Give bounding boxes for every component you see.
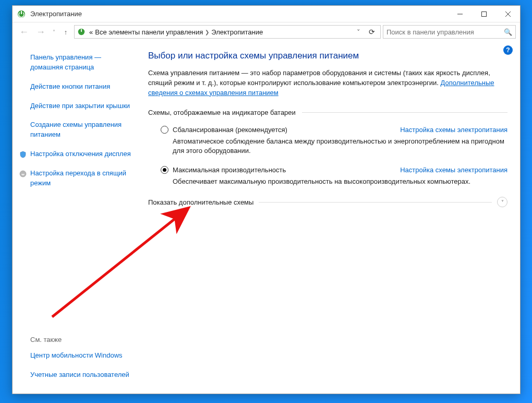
chevron-right-icon: ❯	[205, 29, 209, 35]
plan-name-balanced[interactable]: Сбалансированная (рекомендуется)	[173, 126, 396, 134]
minimize-button[interactable]	[448, 6, 472, 22]
see-also-mobility-center[interactable]: Центр мобильности Windows	[30, 351, 134, 361]
maximize-button[interactable]	[472, 6, 496, 22]
breadcrumb-prefix[interactable]: «	[89, 28, 93, 36]
close-button[interactable]	[496, 6, 520, 22]
radio-high-performance[interactable]	[161, 166, 168, 174]
plan-group-label: Схемы, отображаемые на индикаторе батаре…	[148, 109, 296, 116]
plan-config-link-balanced[interactable]: Настройка схемы электропитания	[400, 126, 507, 134]
sidebar: Панель управления — домашняя страница Де…	[13, 41, 142, 394]
sidebar-link-display-off[interactable]: Настройка отключения дисплея	[30, 149, 134, 159]
sidebar-link-power-button[interactable]: Действие кнопки питания	[30, 82, 134, 92]
breadcrumb-parent[interactable]: Все элементы панели управления	[95, 28, 203, 36]
search-input[interactable]	[386, 28, 504, 36]
power-options-icon	[17, 9, 26, 19]
plan-balanced: Сбалансированная (рекомендуется) Настрой…	[148, 126, 507, 156]
sidebar-link-lid-close[interactable]: Действие при закрытии крышки	[30, 101, 134, 111]
help-button[interactable]: ?	[503, 45, 513, 55]
window-title: Электропитание	[30, 10, 82, 18]
plan-name-high-performance[interactable]: Максимальная производительность	[173, 166, 396, 174]
address-dropdown-icon[interactable]: ˅	[355, 28, 362, 36]
see-also-label: См. также	[30, 336, 134, 343]
up-button[interactable]: ↑	[59, 26, 72, 38]
svg-rect-1	[21, 11, 22, 14]
window-controls	[448, 6, 520, 22]
recent-dropdown[interactable]: ˅	[50, 25, 57, 39]
shield-icon	[19, 170, 27, 178]
expand-label: Показать дополнительные схемы	[148, 198, 253, 206]
page-heading: Выбор или настройка схемы управления пит…	[148, 51, 507, 61]
show-additional-plans[interactable]: Показать дополнительные схемы ˅	[148, 197, 507, 207]
description-text: Схема управления питанием — это набор па…	[148, 69, 490, 87]
chevron-down-icon: ˅	[497, 197, 507, 207]
shield-icon	[19, 150, 27, 159]
search-box[interactable]: 🔍	[383, 25, 516, 39]
plan-desc-high-performance: Обеспечивает максимальную производительн…	[161, 177, 507, 186]
svg-rect-7	[81, 29, 82, 32]
plan-config-link-high-performance[interactable]: Настройка схемы электропитания	[400, 166, 507, 174]
main-panel: ? Выбор или настройка схемы управления п…	[142, 41, 520, 394]
forward-button[interactable]: →	[33, 25, 48, 39]
back-button[interactable]: ←	[17, 25, 31, 39]
sidebar-item-label: Настройка отключения дисплея	[30, 150, 131, 158]
sidebar-home-link[interactable]: Панель управления — домашняя страница	[30, 53, 134, 73]
page-description: Схема управления питанием — это набор па…	[148, 68, 507, 98]
svg-rect-3	[482, 11, 487, 16]
breadcrumb: « Все элементы панели управления ❯ Элект…	[89, 28, 263, 36]
plan-high-performance: Максимальная производительность Настройк…	[148, 166, 507, 186]
see-also-user-accounts[interactable]: Учетные записи пользователей	[30, 370, 134, 380]
plan-group-header: Схемы, отображаемые на индикаторе батаре…	[148, 109, 507, 116]
sidebar-link-sleep[interactable]: Настройка перехода в спящий режим	[30, 169, 134, 188]
window: Электропитание ← → ˅ ↑ « Все элементы па…	[12, 5, 521, 394]
radio-balanced[interactable]	[161, 126, 168, 134]
nav-bar: ← → ˅ ↑ « Все элементы панели управления…	[13, 22, 520, 41]
breadcrumb-current[interactable]: Электропитание	[211, 28, 263, 36]
power-options-icon	[77, 27, 86, 37]
content-area: Панель управления — домашняя страница Де…	[13, 41, 520, 394]
sidebar-link-create-plan[interactable]: Создание схемы управления питанием	[30, 120, 134, 140]
refresh-button[interactable]: ⟳	[366, 28, 378, 36]
address-bar[interactable]: « Все элементы панели управления ❯ Элект…	[74, 25, 381, 39]
divider	[259, 202, 492, 203]
divider	[302, 112, 507, 113]
sidebar-item-label: Настройка перехода в спящий режим	[30, 169, 126, 187]
plan-desc-balanced: Автоматическое соблюдение баланса между …	[161, 137, 507, 156]
sidebar-see-also: См. также Центр мобильности Windows Учет…	[30, 336, 134, 385]
search-icon: 🔍	[504, 28, 512, 36]
titlebar: Электропитание	[13, 6, 520, 22]
